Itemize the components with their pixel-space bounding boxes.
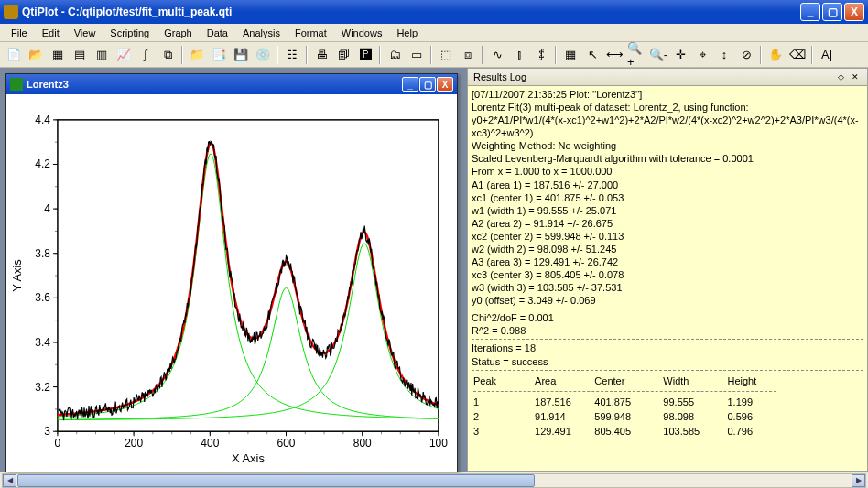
- add-function-icon[interactable]: ⨋: [531, 45, 551, 65]
- log-line: xc3 (center 3) = 805.405 +/- 0.078: [472, 268, 863, 281]
- add-error-icon[interactable]: ⫿: [509, 45, 529, 65]
- log-line: xc2 (center 2) = 599.948 +/- 0.113: [472, 230, 863, 243]
- export-pdf-icon[interactable]: 🅿: [355, 45, 375, 65]
- plot-window-icon: [10, 78, 23, 91]
- erase-icon[interactable]: ⌫: [787, 45, 808, 65]
- maximize-button[interactable]: ▢: [822, 3, 842, 21]
- hand-icon[interactable]: ✋: [765, 45, 786, 65]
- save-icon[interactable]: 💾: [231, 45, 251, 65]
- svg-text:3.6: 3.6: [35, 291, 50, 304]
- screen-reader-icon[interactable]: ▦: [560, 45, 580, 65]
- new-function-icon[interactable]: ∫: [136, 45, 156, 65]
- arrange-layers-icon[interactable]: ⧈: [458, 45, 478, 65]
- svg-text:3: 3: [44, 425, 50, 438]
- app-icon: [4, 5, 18, 19]
- menu-graph[interactable]: Graph: [157, 26, 200, 40]
- open-icon[interactable]: 📂: [26, 45, 46, 65]
- open-template-icon[interactable]: 📑: [209, 45, 229, 65]
- log-line: Weighting Method: No weighting: [472, 139, 863, 152]
- log-line: y0+2*A1/PI*w1/(4*(x-xc1)^2+w1^2)+2*A2/PI…: [472, 114, 863, 139]
- preferences-icon[interactable]: ☷: [282, 45, 302, 65]
- svg-text:200: 200: [125, 437, 143, 450]
- svg-text:4.2: 4.2: [35, 157, 50, 170]
- log-line: R^2 = 0.988: [472, 324, 863, 337]
- save-template-icon[interactable]: 💿: [253, 45, 273, 65]
- add-layer-icon[interactable]: ⬚: [436, 45, 456, 65]
- menu-help[interactable]: Help: [389, 26, 425, 40]
- plot-window-title: Lorentz3: [27, 79, 402, 90]
- svg-text:0: 0: [55, 437, 61, 450]
- select-data-icon[interactable]: ⌖: [692, 45, 712, 65]
- toolbar: 📄📂▦▤▥📈∫⧉📁📑💾💿☷🖶🗐🅿🗂▭⬚⧈∿⫿⨋▦↖⟷🔍+🔍-✛⌖↕⊘✋⌫A|: [0, 42, 868, 68]
- scroll-right-icon[interactable]: ▶: [852, 474, 865, 487]
- svg-text:Y Axis: Y Axis: [10, 259, 24, 292]
- results-panel: Results Log ◇ ✕ [07/11/2007 21:36:25 Plo…: [465, 68, 868, 472]
- scroll-left-icon[interactable]: ◀: [3, 474, 16, 487]
- table-row: 291.914599.94898.0980.596: [473, 410, 793, 423]
- svg-text:X Axis: X Axis: [232, 451, 265, 465]
- svg-text:100: 100: [429, 437, 448, 450]
- move-point-icon[interactable]: ↕: [714, 45, 734, 65]
- plot-window[interactable]: Lorentz3 _ ▢ X 1 020040060080010033.23.4…: [5, 73, 458, 472]
- print-icon[interactable]: 🖶: [311, 45, 331, 65]
- menu-format[interactable]: Format: [288, 26, 334, 40]
- remove-point-icon[interactable]: ⊘: [736, 45, 756, 65]
- results-undock-icon[interactable]: ◇: [834, 70, 847, 83]
- results-log[interactable]: [07/11/2007 21:36:25 Plot: ''Lorentz3'']…: [467, 86, 868, 472]
- print-all-icon[interactable]: 🗐: [333, 45, 353, 65]
- log-line: Chi^2/doF = 0.001: [472, 311, 863, 324]
- pointer-icon[interactable]: ↖: [582, 45, 602, 65]
- results-header[interactable]: Results Log ◇ ✕: [467, 68, 868, 86]
- menu-analysis[interactable]: Analysis: [235, 26, 288, 40]
- plot-titlebar[interactable]: Lorentz3 _ ▢ X: [6, 74, 457, 94]
- menu-scripting[interactable]: Scripting: [103, 26, 157, 40]
- svg-rect-0: [58, 120, 439, 431]
- plot-maximize-button[interactable]: ▢: [419, 77, 436, 92]
- log-line: Status = success: [472, 355, 863, 368]
- menu-edit[interactable]: Edit: [35, 26, 67, 40]
- svg-text:800: 800: [353, 437, 372, 450]
- window-titlebar: QtiPlot - C:/qtiplot/test/fit_multi_peak…: [0, 0, 868, 24]
- log-line: w2 (width 2) = 98.098 +/- 51.245: [472, 243, 863, 255]
- new-3d-icon[interactable]: ⧉: [157, 45, 178, 65]
- log-line: Scaled Levenberg-Marquardt algorithm wit…: [472, 152, 863, 165]
- log-line: Lorentz Fit(3) multi-peak of dataset: Lo…: [472, 101, 863, 114]
- window-title: QtiPlot - C:/qtiplot/test/fit_multi_peak…: [22, 5, 800, 18]
- new-project-icon[interactable]: 📄: [4, 45, 24, 65]
- svg-text:4: 4: [44, 202, 50, 215]
- menubar: FileEditViewScriptingGraphDataAnalysisFo…: [0, 24, 868, 42]
- menu-windows[interactable]: Windows: [334, 26, 390, 40]
- svg-text:3.2: 3.2: [35, 381, 50, 394]
- new-note-icon[interactable]: ▥: [92, 45, 112, 65]
- horizontal-scrollbar[interactable]: ◀ ▶: [2, 473, 866, 488]
- log-line: A2 (area 2) = 91.914 +/- 26.675: [472, 217, 863, 230]
- range-icon[interactable]: ⟷: [604, 45, 624, 65]
- add-curve-icon[interactable]: ∿: [487, 45, 507, 65]
- log-line: A3 (area 3) = 129.491 +/- 26.742: [472, 255, 863, 268]
- plot-minimize-button[interactable]: _: [402, 77, 418, 92]
- table-row: 1187.516401.87599.5551.199: [473, 396, 793, 408]
- new-table-icon[interactable]: ▦: [48, 45, 68, 65]
- minimize-button[interactable]: _: [800, 3, 820, 21]
- zoom-out-icon[interactable]: 🔍-: [648, 45, 668, 65]
- log-line: xc1 (center 1) = 401.875 +/- 0.053: [472, 191, 863, 204]
- plot-area[interactable]: 020040060080010033.23.43.63.844.24.4X Ax…: [6, 94, 457, 472]
- plot-close-button[interactable]: X: [437, 77, 453, 92]
- results-close-icon[interactable]: ✕: [849, 70, 862, 83]
- close-button[interactable]: X: [844, 3, 864, 21]
- menu-data[interactable]: Data: [200, 26, 235, 40]
- scroll-thumb[interactable]: [17, 474, 535, 487]
- menu-view[interactable]: View: [67, 26, 103, 40]
- menu-file[interactable]: File: [4, 26, 35, 40]
- results-log-icon[interactable]: ▭: [407, 45, 427, 65]
- open-project-icon[interactable]: 📁: [187, 45, 207, 65]
- new-graph-icon[interactable]: 📈: [114, 45, 134, 65]
- svg-text:400: 400: [201, 437, 219, 450]
- data-reader-icon[interactable]: ✛: [670, 45, 690, 65]
- project-explorer-icon[interactable]: 🗂: [385, 45, 405, 65]
- new-matrix-icon[interactable]: ▤: [70, 45, 90, 65]
- peaks-table: PeakAreaCenterWidthHeight1187.516401.875…: [472, 373, 795, 439]
- zoom-in-icon[interactable]: 🔍+: [626, 45, 646, 65]
- text-icon[interactable]: A|: [817, 45, 837, 65]
- svg-text:3.4: 3.4: [35, 336, 50, 349]
